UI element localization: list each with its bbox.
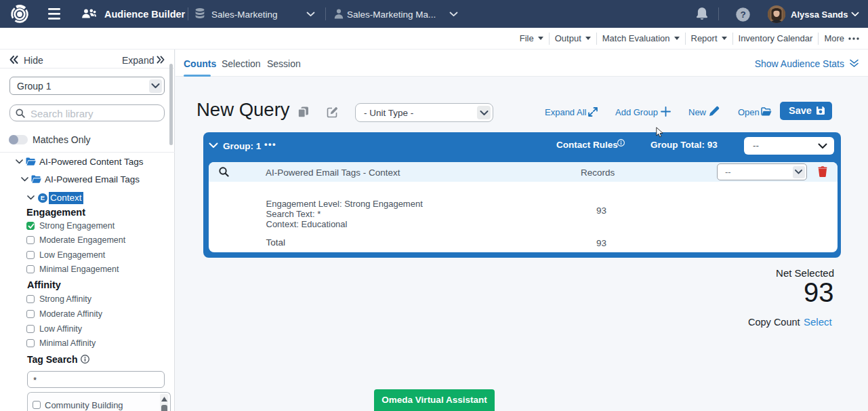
svg-text:E: E [41, 194, 45, 201]
svg-text:?: ? [740, 9, 745, 20]
